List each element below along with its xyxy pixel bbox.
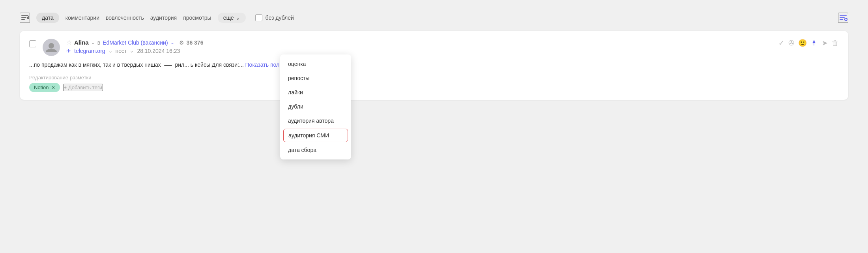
star-icon[interactable]: ☆ [66,39,72,46]
meta-line1: ☆ Alina ⌄ в EdMarket Club (вакансии) ⌄ ⚙… [66,39,772,46]
card-text: ...по продажам как в мягких, так и в тве… [29,61,839,69]
views-filter[interactable]: просмотры [183,15,211,21]
add-filter-button[interactable] [838,13,848,23]
notion-tag-close[interactable]: ✕ [51,85,55,90]
delete-icon[interactable]: 🗑 [832,39,839,47]
members-count: 36 376 [187,39,204,46]
telegram-icon: ✈ [66,48,71,54]
add-tag-label: + Добавить теги [64,84,102,90]
sort-button[interactable] [20,13,30,23]
dropdown-item-dupes[interactable]: дубли [280,99,351,114]
share-icon[interactable]: ➤ [822,39,828,47]
card-meta: ☆ Alina ⌄ в EdMarket Club (вакансии) ⌄ ⚙… [66,39,772,54]
no-dupes-checkbox[interactable] [255,14,262,21]
svg-point-10 [49,43,54,49]
post-type: пост [116,48,127,54]
dropdown-item-likes[interactable]: лайки [280,85,351,99]
dropdown-item-reposts[interactable]: репосты [280,71,351,85]
engagement-filter[interactable]: вовлеченность [106,15,144,21]
card-tags-area: Редактирование разметки Notion ✕ + Добав… [29,75,839,92]
filter-bar: дата комментарии вовлеченность аудитория… [20,8,848,28]
dropdown-menu: оценка репосты лайки дубли аудитория авт… [280,54,351,159]
post-type-chevron-icon[interactable]: ⌄ [130,48,134,54]
notion-tag-label: Notion [34,84,49,90]
author-name: Alina [74,39,89,46]
dropdown-item-media-audience[interactable]: аудитория СМИ [283,129,348,142]
card-checkbox[interactable] [29,40,36,47]
add-tag-button[interactable]: + Добавить теги [63,84,103,91]
avatar [43,39,60,56]
pin-icon[interactable]: 🖈 [811,39,818,47]
comments-filter[interactable]: комментарии [65,15,99,21]
content-card: ☆ Alina ⌄ в EdMarket Club (вакансии) ⌄ ⚙… [20,31,848,100]
in-label: в [97,39,100,46]
source-chevron-icon[interactable]: ⌄ [108,48,112,54]
source-link[interactable]: telegram.org [74,48,105,54]
dropdown-item-author-audience[interactable]: аудитория автора [280,114,351,128]
channel-chevron-icon[interactable]: ⌄ [170,40,174,45]
text-preview: ...по продажам как в мягких, так и в тве… [29,62,161,68]
author-chevron-icon[interactable]: ⌄ [91,40,95,45]
more-filter-button[interactable]: еще ⌄ [218,13,246,23]
text-suffix: рил... ь кейсы Для связи:... [175,62,244,68]
notion-tag: Notion ✕ [29,83,60,92]
card-actions: ✓ ✇ 🙂 🖈 ➤ 🗑 [778,39,839,47]
date-filter-chip[interactable]: дата [36,13,59,23]
meta-line2: ✈ telegram.org ⌄ пост ⌄ 28.10.2024 16:23 [66,48,772,54]
card-top: ☆ Alina ⌄ в EdMarket Club (вакансии) ⌄ ⚙… [29,39,839,56]
channel-name[interactable]: EdMarket Club (вакансии) [103,39,168,46]
no-dupes-label: без дублей [266,15,294,21]
check-icon[interactable]: ✓ [778,39,784,47]
content-area: ☆ Alina ⌄ в EdMarket Club (вакансии) ⌄ ⚙… [20,31,848,100]
tags-row: Notion ✕ + Добавить теги [29,83,839,92]
audience-filter[interactable]: аудитория [150,15,177,21]
no-dupes-wrap: без дублей [255,14,294,21]
post-date: 28.10.2024 16:23 [137,48,180,54]
dropdown-item-collection-date[interactable]: дата сбора [280,143,351,157]
emoji-icon[interactable]: 🙂 [798,39,807,47]
bookmark-icon[interactable]: ✇ [788,39,794,47]
dash-decoration [164,65,172,66]
members-icon: ⚙ [179,39,184,46]
dropdown-item-rating[interactable]: оценка [280,57,351,71]
tags-label: Редактирование разметки [29,75,839,81]
